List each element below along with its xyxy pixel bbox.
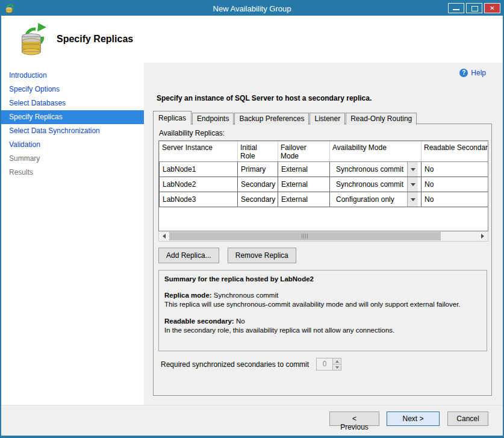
stepper-down-icon: [333, 364, 341, 370]
summary-replica-mode: Replica mode: Synchronous commit This re…: [164, 291, 481, 309]
cell-readable-secondary: No: [422, 192, 489, 207]
readable-secondary-value: No: [236, 318, 245, 325]
help-label: Help: [471, 69, 486, 77]
summary-readable-secondary: Readable secondary: No In the secondary …: [164, 317, 481, 335]
tab-endpoints[interactable]: Endpoints: [192, 113, 234, 125]
cell-initial-role: Primary: [238, 162, 278, 177]
cell-availability-mode: Configuration only: [330, 192, 422, 207]
sidebar-item-results: Results: [1, 166, 144, 180]
chevron-down-icon[interactable]: [407, 162, 418, 177]
scrollbar-track[interactable]: [169, 231, 478, 241]
stepper-up-icon: [333, 358, 341, 364]
required-sync-row: Required synchronized secondaries to com…: [161, 358, 341, 371]
cell-failover-mode: External: [278, 192, 330, 207]
tab-backup-preferences[interactable]: Backup Preferences: [234, 113, 309, 125]
wizard-body: Introduction Specify Options Select Data…: [1, 63, 503, 406]
replica-mode-value: Synchronous commit: [214, 292, 278, 299]
required-sync-value: 0: [317, 358, 332, 370]
cell-readable-secondary: No: [422, 162, 489, 177]
col-server-instance: Server Instance: [160, 142, 238, 162]
availability-replicas-label: Availability Replicas:: [159, 129, 225, 137]
cell-server-instance: LabNode3: [160, 192, 238, 207]
cell-availability-mode: Synchronous commit: [330, 162, 422, 177]
replica-mode-label: Replica mode:: [164, 292, 212, 299]
tab-replicas[interactable]: Replicas: [153, 111, 191, 125]
app-icon: [5, 4, 14, 13]
availability-mode-dropdown[interactable]: Synchronous commit: [333, 162, 418, 177]
new-availability-group-window: New Availability Group Specify Replicas …: [0, 0, 504, 438]
add-replica-button[interactable]: Add Replica...: [158, 248, 219, 263]
wizard-steps-sidebar: Introduction Specify Options Select Data…: [1, 63, 144, 406]
grid-row-labnode1: LabNode1 Primary External Synchronous co…: [160, 162, 489, 177]
readable-secondary-description: In the secondary role, this availability…: [164, 326, 481, 335]
col-readable-secondary: Readable Secondary: [422, 142, 489, 162]
cell-failover-mode: External: [278, 177, 330, 192]
cell-initial-role: Secondary: [238, 192, 278, 207]
col-initial-role: Initial Role: [238, 142, 278, 162]
availability-mode-dropdown[interactable]: Synchronous commit: [333, 177, 418, 192]
scroll-left-icon[interactable]: [159, 231, 169, 241]
tab-listener[interactable]: Listener: [310, 113, 345, 125]
grid-header-row: Server Instance Initial Role Failover Mo…: [160, 142, 489, 162]
window-title: New Availability Group: [1, 4, 503, 13]
sidebar-item-validation[interactable]: Validation: [1, 138, 144, 152]
replicas-tab-page: Availability Replicas: Server Instance I…: [153, 124, 492, 396]
chevron-down-icon[interactable]: [407, 192, 418, 207]
chevron-down-icon[interactable]: [407, 177, 418, 192]
window-controls: [448, 3, 500, 13]
col-failover-mode: Failover Mode: [278, 142, 330, 162]
required-sync-label: Required synchronized secondaries to com…: [161, 360, 309, 369]
scrollbar-thumb[interactable]: [169, 232, 441, 240]
instruction-text: Specify an instance of SQL Server to hos…: [157, 94, 372, 102]
minimize-button[interactable]: [448, 3, 464, 13]
tab-read-only-routing[interactable]: Read-Only Routing: [346, 113, 417, 125]
sidebar-item-introduction[interactable]: Introduction: [1, 69, 144, 83]
grid-horizontal-scrollbar[interactable]: [158, 231, 488, 242]
sidebar-item-select-databases[interactable]: Select Databases: [1, 96, 144, 110]
summary-title: Summary for the replica hosted by LabNod…: [164, 275, 481, 284]
sidebar-item-specify-replicas[interactable]: Specify Replicas: [1, 110, 144, 124]
replicas-grid: Server Instance Initial Role Failover Mo…: [158, 140, 488, 231]
help-link[interactable]: ? Help: [459, 69, 486, 77]
replica-mode-description: This replica will use synchronous-commit…: [164, 300, 481, 309]
sidebar-item-specify-options[interactable]: Specify Options: [1, 83, 144, 96]
page-title: Specify Replicas: [57, 34, 133, 45]
required-sync-stepper: 0: [316, 358, 341, 371]
grid-button-row: Add Replica... Remove Replica: [158, 248, 296, 263]
cancel-button[interactable]: Cancel: [447, 411, 488, 426]
replica-summary-panel: Summary for the replica hosted by LabNod…: [158, 270, 487, 351]
cell-initial-role: Secondary: [238, 177, 278, 192]
availability-group-icon: [17, 22, 47, 57]
cell-availability-mode: Synchronous commit: [330, 177, 422, 192]
previous-button[interactable]: < Previous: [329, 411, 379, 426]
cell-server-instance: LabNode2: [160, 177, 238, 192]
cell-readable-secondary: No: [422, 177, 489, 192]
cell-server-instance: LabNode1: [160, 162, 238, 177]
main-pane: ? Help Specify an instance of SQL Server…: [144, 63, 503, 406]
next-button[interactable]: Next >: [387, 411, 440, 426]
remove-replica-button[interactable]: Remove Replica: [228, 248, 296, 263]
help-icon: ?: [459, 69, 468, 77]
availability-mode-dropdown[interactable]: Configuration only: [333, 192, 418, 207]
readable-secondary-label: Readable secondary:: [164, 318, 234, 325]
wizard-footer: < Previous Next > Cancel: [1, 405, 503, 436]
scroll-right-icon[interactable]: [478, 231, 488, 241]
close-button[interactable]: [484, 3, 500, 13]
grid-row-labnode3: LabNode3 Secondary External Configuratio…: [160, 192, 489, 207]
maximize-button[interactable]: [466, 3, 482, 13]
cell-failover-mode: External: [278, 162, 330, 177]
col-availability-mode: Availability Mode: [330, 142, 422, 162]
titlebar: New Availability Group: [1, 1, 503, 16]
tab-strip: Replicas Endpoints Backup Preferences Li…: [153, 111, 417, 125]
grid-row-labnode2: LabNode2 Secondary External Synchronous …: [160, 177, 489, 192]
sidebar-item-summary: Summary: [1, 152, 144, 166]
wizard-header: Specify Replicas: [1, 16, 503, 63]
sidebar-item-select-data-synchronization[interactable]: Select Data Synchronization: [1, 124, 144, 138]
